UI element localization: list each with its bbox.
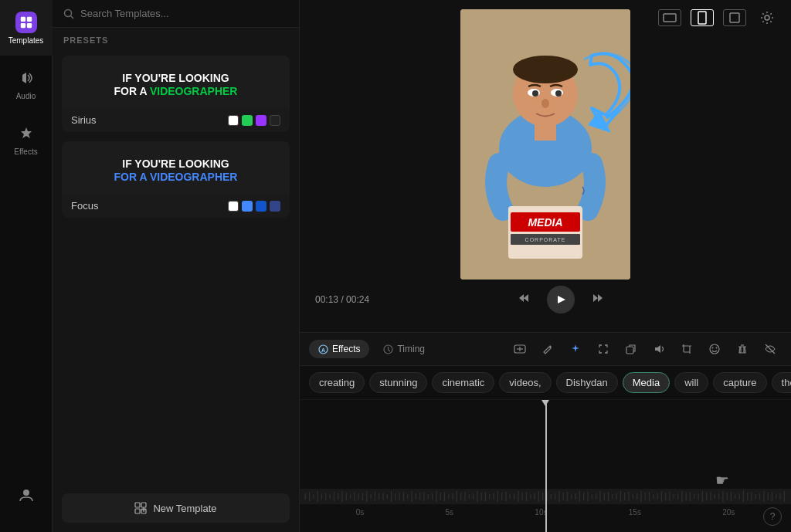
svg-rect-3 [26,22,31,27]
swatch-green[interactable] [242,115,253,126]
swatch-darkblue-f[interactable] [256,201,266,212]
swatch-purple[interactable] [256,115,266,126]
template-footer-sirius: Sirius [62,108,290,132]
svg-rect-66 [362,493,363,500]
svg-text:A: A [321,347,325,353]
svg-rect-118 [575,493,575,500]
svg-rect-110 [542,493,543,500]
swatch-blue-f[interactable] [242,201,253,212]
svg-rect-135 [645,493,646,500]
svg-rect-56 [321,493,322,500]
svg-rect-140 [665,493,666,500]
sidebar-item-effects[interactable]: Effects [0,111,53,167]
duplicate-btn[interactable] [620,337,643,361]
svg-rect-146 [690,492,691,501]
sidebar-item-templates[interactable]: Templates [0,0,53,56]
account-button[interactable] [0,467,53,523]
word-videos[interactable]: videos, [499,372,551,393]
expand-btn[interactable] [592,337,615,361]
template-card-sirius[interactable]: IF YOU'RE LOOKING FOR A VIDEOGRAPHER Sir… [62,56,290,132]
portrait-view-btn[interactable] [691,9,714,26]
word-cinematic[interactable]: cinematic [432,372,494,393]
swatch-dark[interactable] [270,115,280,126]
word-capture[interactable]: capture [713,372,766,393]
svg-rect-15 [730,13,739,22]
svg-point-47 [710,344,719,354]
svg-rect-123 [596,493,596,500]
template-footer-focus: Focus [62,194,290,218]
svg-rect-83 [432,493,433,500]
svg-rect-136 [649,492,650,501]
svg-rect-104 [518,491,518,502]
emoji-btn[interactable] [703,337,726,361]
svg-rect-14 [698,12,706,24]
new-template-button[interactable]: New Template [62,493,290,523]
template-preview-focus: IF YOU'RE LOOKING FOR A VIDEOGRAPHER [62,141,290,194]
svg-rect-103 [514,493,514,500]
word-dishydan[interactable]: Dishydan [556,372,618,393]
pencil-btn[interactable] [536,337,559,361]
sidebar-item-audio[interactable]: Audio [0,56,53,111]
crop-btn[interactable] [675,337,698,361]
svg-rect-52 [305,493,306,500]
svg-rect-149 [702,491,703,502]
svg-rect-1 [26,16,31,21]
swatch-white-f[interactable] [228,201,239,212]
settings-view-btn[interactable] [755,9,779,26]
svg-rect-142 [674,494,674,499]
tab-effects[interactable]: A Effects [309,340,369,358]
svg-rect-158 [738,493,739,500]
template-line1: IF YOU'RE LOOKING [74,71,277,85]
svg-rect-111 [546,492,547,501]
template-card-focus[interactable]: IF YOU'RE LOOKING FOR A VIDEOGRAPHER Foc… [62,141,290,218]
svg-rect-137 [653,494,654,499]
svg-rect-87 [448,494,449,499]
volume-btn[interactable] [647,337,670,361]
word-stunning[interactable]: stunning [369,372,427,393]
word-media[interactable]: Media [623,372,670,393]
templates-icon [15,12,37,33]
word-will[interactable]: will [674,372,708,393]
svg-rect-144 [681,491,682,502]
template-name-focus: Focus [71,200,98,212]
svg-rect-143 [677,493,678,500]
word-the[interactable]: the [772,372,791,393]
forward-button[interactable] [590,290,606,309]
square-view-btn[interactable] [723,9,746,26]
timeline-tracks-area: 0s 5s 10s 15s 20s [300,400,791,532]
template-list: IF YOU'RE LOOKING FOR A VIDEOGRAPHER Sir… [53,49,299,487]
svg-rect-133 [637,493,637,500]
hide-btn[interactable] [759,337,782,361]
landscape-view-btn[interactable] [658,9,681,26]
svg-point-5 [65,9,72,16]
svg-rect-154 [722,491,723,502]
add-caption-btn[interactable] [508,337,531,361]
template-name-sirius: Sirius [71,114,97,126]
video-area: MEDIA CORPORATE [300,0,791,332]
play-button[interactable] [547,286,575,313]
svg-rect-59 [334,492,334,501]
svg-rect-130 [624,493,625,500]
svg-point-30 [532,90,538,97]
help-button[interactable]: ? [763,507,782,526]
svg-rect-162 [755,494,756,499]
svg-rect-132 [633,494,633,499]
svg-rect-80 [419,493,420,500]
word-creating[interactable]: creating [309,372,365,393]
search-input[interactable] [80,8,288,19]
swatch-white[interactable] [228,115,239,126]
tab-timing[interactable]: Timing [374,340,434,358]
svg-rect-109 [538,491,539,502]
svg-rect-106 [526,492,527,501]
delete-btn[interactable] [731,337,754,361]
svg-rect-107 [530,494,531,499]
video-container: MEDIA CORPORATE [460,9,630,280]
main-content: MEDIA CORPORATE [300,0,791,532]
color-swatches-sirius [228,115,280,126]
svg-rect-153 [718,493,719,500]
svg-rect-163 [759,493,760,500]
swatch-navy-f[interactable] [270,201,280,212]
svg-rect-82 [428,494,429,499]
sparkle-btn[interactable] [564,337,587,361]
rewind-button[interactable] [516,290,531,309]
